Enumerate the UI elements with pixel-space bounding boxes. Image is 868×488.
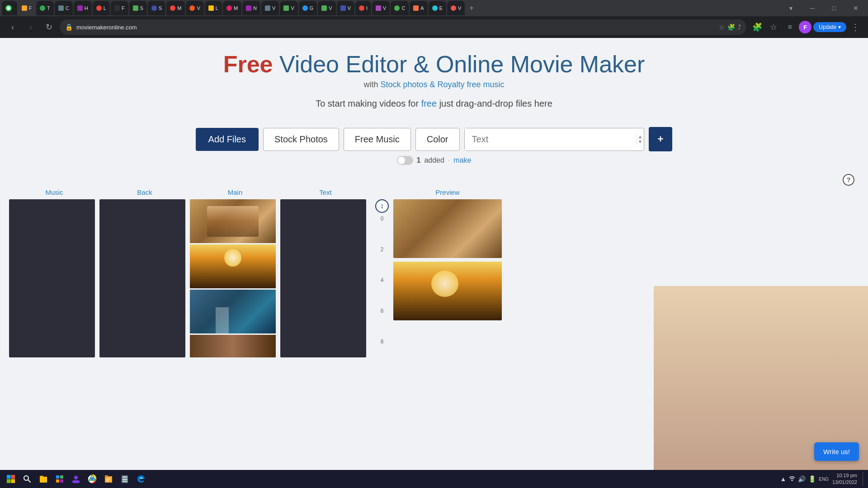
timeline-scroll-button[interactable]: ↕ <box>375 199 389 213</box>
tab-10[interactable]: V <box>186 1 203 15</box>
tab-5[interactable]: L <box>93 1 110 15</box>
tab-13[interactable]: N <box>242 1 260 15</box>
tab-3[interactable]: C <box>55 1 73 15</box>
tab-14[interactable]: V <box>261 1 279 15</box>
tab-9[interactable]: M <box>166 1 185 15</box>
back-button[interactable]: ‹ <box>5 20 20 34</box>
taskbar-file-explorer[interactable] <box>36 472 51 486</box>
svg-point-13 <box>74 476 78 479</box>
main-clip-1[interactable] <box>190 199 276 243</box>
taskbar-calculator[interactable] <box>118 472 132 486</box>
subtitle-link[interactable]: Stock photos & Royalty free music <box>380 80 504 89</box>
make-link[interactable]: make <box>453 156 471 164</box>
tab-7[interactable]: S <box>129 1 147 15</box>
timeline-num-0: 0 <box>381 216 384 246</box>
main-clip-4[interactable] <box>190 335 276 357</box>
write-us-button[interactable]: Write us! <box>814 442 859 461</box>
reload-button[interactable]: ↻ <box>42 20 56 34</box>
taskbar-teams[interactable] <box>69 472 83 486</box>
tab-11[interactable]: L <box>205 1 222 15</box>
help-button[interactable]: ? <box>843 174 854 186</box>
tab-1[interactable] <box>2 1 17 15</box>
profile-button[interactable]: F <box>799 21 811 33</box>
preview-clip-2[interactable] <box>393 262 502 320</box>
taskbar-chrome[interactable] <box>85 472 99 486</box>
tab-19[interactable]: I <box>355 1 371 15</box>
free-music-button[interactable]: Free Music <box>344 128 411 151</box>
text-input[interactable] <box>465 128 637 150</box>
new-tab-button[interactable]: + <box>466 4 477 12</box>
tab-8[interactable]: S <box>148 1 165 15</box>
taskbar-edge[interactable] <box>134 472 148 486</box>
forward-button[interactable]: › <box>24 20 38 34</box>
bookmark-button[interactable]: ☆ <box>766 20 781 34</box>
svg-rect-28 <box>124 481 126 482</box>
close-button[interactable]: ✕ <box>845 1 866 15</box>
taskbar-search-button[interactable] <box>20 472 34 486</box>
tab-2[interactable]: T <box>36 1 54 15</box>
svg-line-6 <box>28 480 30 482</box>
tab-24[interactable]: V <box>447 1 465 15</box>
tab-6[interactable]: F <box>111 1 128 15</box>
main-clip-2[interactable] <box>190 244 276 288</box>
show-desktop-button[interactable] <box>863 472 864 486</box>
browser-toolbar: 🧩 ☆ ≡ F Update ▾ ⋮ <box>750 20 863 34</box>
drag-text-free: free <box>421 99 437 108</box>
more-menu-button[interactable]: ⋮ <box>848 20 863 34</box>
counter-count: 1 <box>417 156 421 164</box>
tab-17[interactable]: V <box>318 1 335 15</box>
stock-photos-button[interactable]: Stock Photos <box>263 128 339 151</box>
text-scrollbar[interactable]: ▲ ▼ <box>637 133 644 145</box>
main-clip-3[interactable] <box>190 290 276 333</box>
tab-active[interactable]: F <box>18 1 35 15</box>
wifi-icon[interactable] <box>789 475 795 483</box>
extensions-icon[interactable]: 🧩 <box>727 23 735 31</box>
taskbar-widgets[interactable] <box>52 472 67 486</box>
tab-4[interactable]: H <box>74 1 92 15</box>
minimize-button[interactable]: ─ <box>802 1 823 15</box>
taskbar-file-manager[interactable] <box>101 472 116 486</box>
update-button[interactable]: Update ▾ <box>813 22 846 32</box>
timeline-text-header[interactable]: Text <box>280 188 371 197</box>
toggle-switch[interactable] <box>397 156 413 165</box>
tab-15[interactable]: V <box>280 1 297 15</box>
timeline-main-header[interactable]: Main <box>190 188 280 197</box>
clock[interactable]: 10:19 pm 13/01/2022 <box>832 472 857 486</box>
tab-22[interactable]: A <box>410 1 427 15</box>
readinglist-button[interactable]: ≡ <box>783 20 797 34</box>
timeline-back-header[interactable]: Back <box>99 188 190 197</box>
tab-18[interactable]: V <box>337 1 354 15</box>
svg-rect-14 <box>72 480 80 483</box>
svg-rect-9 <box>56 475 59 479</box>
language-icon[interactable]: ENG <box>819 477 829 482</box>
timeline-music-header[interactable]: Music <box>9 188 99 197</box>
main-toolbar: Add Files Stock Photos Free Music Color … <box>0 127 868 151</box>
network-icon[interactable]: ▲ <box>780 475 786 483</box>
tab-23[interactable]: E <box>429 1 446 15</box>
maximize-button[interactable]: □ <box>824 1 844 15</box>
volume-icon[interactable]: 🔊 <box>798 475 806 483</box>
music-panel[interactable] <box>9 199 95 357</box>
svg-rect-27 <box>123 481 124 482</box>
start-button[interactable] <box>4 472 18 486</box>
add-text-button[interactable]: + <box>649 127 673 151</box>
tab-20[interactable]: V <box>372 1 390 15</box>
share-icon[interactable]: ⤴ <box>738 23 741 31</box>
bookmark-star-icon[interactable]: ☆ <box>719 23 725 31</box>
tab-12[interactable]: M <box>223 1 241 15</box>
battery-icon[interactable]: 🔋 <box>808 475 816 483</box>
svg-rect-11 <box>56 479 59 483</box>
svg-rect-2 <box>11 475 15 479</box>
color-button[interactable]: Color <box>415 128 460 151</box>
address-bar[interactable]: 🔒 moviemakeronline.com ☆ 🧩 ⤴ <box>60 19 746 35</box>
extensions-button[interactable]: 🧩 <box>750 20 764 34</box>
tab-21[interactable]: C <box>391 1 409 15</box>
subtitle-prefix: with <box>363 80 380 89</box>
back-panel[interactable] <box>99 199 185 357</box>
tab-16[interactable]: G <box>299 1 317 15</box>
tab-dropdown-button[interactable]: ▾ <box>780 1 801 15</box>
add-files-button[interactable]: Add Files <box>196 128 259 151</box>
text-panel[interactable] <box>280 199 366 357</box>
preview-clip-1[interactable] <box>393 199 502 258</box>
lock-icon: 🔒 <box>65 23 73 31</box>
